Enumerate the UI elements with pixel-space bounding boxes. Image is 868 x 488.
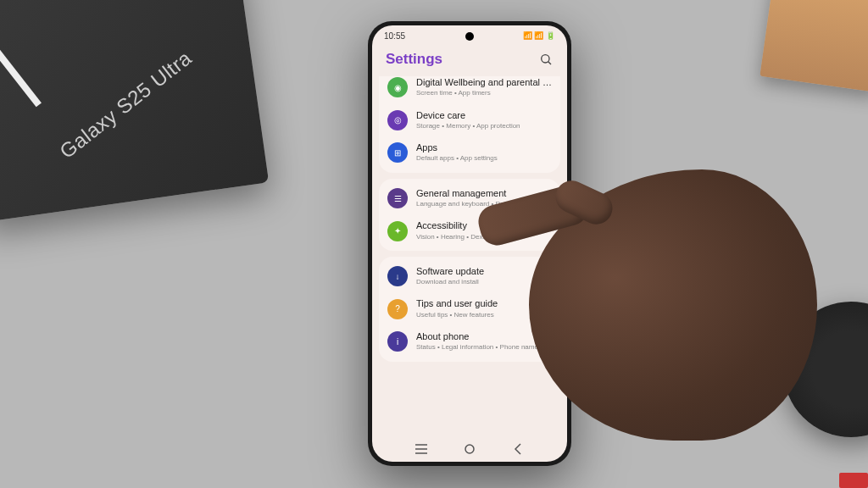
- apps-icon: ⊞: [387, 142, 408, 163]
- status-time: 10:55: [384, 31, 405, 41]
- hand: [529, 169, 817, 441]
- phone-screen: 10:55 📶 📶 🔋 Settings ◉Digital Wellbeing …: [372, 25, 567, 462]
- settings-header: Settings: [372, 46, 567, 76]
- settings-item-apps[interactable]: ⊞AppsDefault apps • App settings: [379, 136, 560, 169]
- box-stripe: [0, 23, 42, 107]
- phone-frame: 10:55 📶 📶 🔋 Settings ◉Digital Wellbeing …: [368, 21, 571, 466]
- item-title: Device care: [416, 110, 552, 121]
- camera-punch-hole: [465, 32, 474, 41]
- item-subtitle: Screen time • App timers: [416, 89, 552, 97]
- item-subtitle: Default apps • App settings: [416, 154, 552, 163]
- nav-back[interactable]: [509, 441, 526, 458]
- svg-point-0: [542, 55, 549, 63]
- general-management-icon: ☰: [387, 188, 408, 208]
- search-icon: [539, 53, 553, 66]
- tips-guide-icon: ?: [387, 299, 408, 319]
- svg-point-5: [465, 445, 474, 453]
- settings-item-device-care[interactable]: ◎Device careStorage • Memory • App prote…: [379, 104, 560, 137]
- item-text: AppsDefault apps • App settings: [416, 142, 552, 164]
- product-box: Galaxy S25 Ultra: [0, 0, 269, 222]
- settings-item-digital-wellbeing[interactable]: ◉Digital Wellbeing and parental controls…: [379, 76, 560, 104]
- svg-line-1: [548, 62, 551, 64]
- item-subtitle: Storage • Memory • App protection: [416, 122, 552, 130]
- device-care-icon: ◎: [387, 110, 408, 130]
- item-title: Software update: [416, 266, 552, 277]
- wooden-object: [760, 0, 868, 92]
- settings-list[interactable]: ◉Digital Wellbeing and parental controls…: [372, 76, 567, 436]
- search-button[interactable]: [538, 52, 554, 67]
- item-subtitle: Status • Legal information • Phone name: [416, 343, 552, 352]
- page-title: Settings: [386, 51, 442, 68]
- settings-group: ◉Digital Wellbeing and parental controls…: [379, 76, 560, 173]
- nav-home[interactable]: [461, 441, 478, 458]
- item-text: Device careStorage • Memory • App protec…: [416, 110, 552, 131]
- status-indicators: 📶 📶 🔋: [523, 31, 555, 40]
- about-phone-icon: i: [387, 331, 408, 352]
- item-title: Apps: [416, 142, 552, 153]
- item-text: About phoneStatus • Legal information • …: [416, 331, 552, 352]
- item-title: Digital Wellbeing and parental controls: [416, 77, 552, 88]
- nav-bar: [372, 436, 567, 462]
- accessibility-icon: ✦: [387, 221, 408, 241]
- software-update-icon: ↓: [387, 266, 408, 286]
- item-text: Digital Wellbeing and parental controlsS…: [416, 77, 552, 98]
- red-indicator: [839, 473, 868, 488]
- product-box-label: Galaxy S25 Ultra: [55, 46, 196, 164]
- digital-wellbeing-icon: ◉: [387, 77, 408, 97]
- nav-recents[interactable]: [413, 441, 430, 458]
